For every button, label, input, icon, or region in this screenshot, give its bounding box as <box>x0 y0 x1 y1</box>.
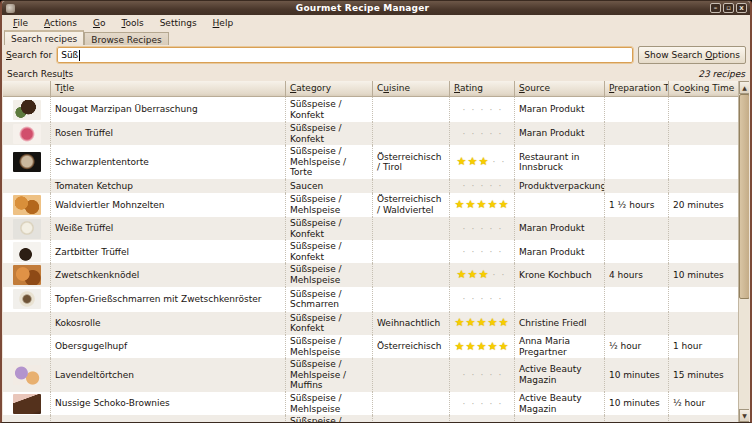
table-row[interactable]: Rosen TrüffelSüßspeise / Konfekt·····Mar… <box>3 122 738 145</box>
recipe-cooking-time <box>669 287 738 312</box>
recipe-title: Tomaten Ketchup <box>51 179 286 193</box>
recipe-cuisine <box>373 97 450 122</box>
vertical-scrollbar[interactable]: ▲ ▼ <box>738 81 749 422</box>
recipe-source: Maran Produkt <box>515 122 605 145</box>
recipe-thumbnail-cell <box>3 217 51 240</box>
tab-bar: Search recipesBrowse Recipes <box>2 30 750 45</box>
recipe-category: Süßspeise / Mehlspeise <box>286 392 373 415</box>
recipe-category: Süßspeise / Mehlspeise <box>286 263 373 286</box>
recipe-preparation-time <box>605 240 669 263</box>
results-row: Search Results 23 recipes <box>2 67 750 80</box>
recipe-source <box>515 287 605 312</box>
empty-rating-dot-icon: · <box>487 105 496 115</box>
recipe-cooking-time: 20 minutes <box>669 193 738 217</box>
tab-search-recipes[interactable]: Search recipes <box>4 30 84 45</box>
recipe-cooking-time <box>669 240 738 263</box>
menu-item-help[interactable]: Help <box>206 17 241 29</box>
recipe-category: Süßspeise / Konfekt <box>286 217 373 240</box>
menu-item-actions[interactable]: Actions <box>37 17 84 29</box>
recipe-thumbnail-cell <box>3 263 51 286</box>
recipe-cuisine <box>373 122 450 145</box>
column-header-title[interactable]: Title <box>51 81 286 97</box>
wtruffle-thumbnail-image <box>13 219 41 239</box>
column-header-cuisine[interactable]: Cuisine <box>373 81 450 97</box>
scrollbar-thumb[interactable] <box>739 94 749 299</box>
table-row[interactable]: Weiße TrüffelSüßspeise / Konfekt·····Mar… <box>3 217 738 240</box>
table-row[interactable]: ZwetschkenknödelSüßspeise / Mehlspeise★★… <box>3 263 738 286</box>
table-row[interactable]: Zartbitter TrüffelSüßspeise / Konfekt···… <box>3 240 738 263</box>
scroll-down-button[interactable]: ▼ <box>739 409 749 422</box>
recipe-category: Süßspeise / Mehlspeise <box>286 335 373 358</box>
recipe-cuisine <box>373 179 450 193</box>
dtruffle-thumbnail-image <box>13 242 41 262</box>
table-row[interactable]: Waldviertler MohnzeltenSüßspeise / Mehls… <box>3 193 738 217</box>
empty-rating-dot-icon: · <box>469 181 478 191</box>
recipe-count: 23 recipes <box>698 69 745 79</box>
recipe-preparation-time <box>605 287 669 312</box>
star-icon: ★ <box>457 157 468 167</box>
recipe-thumbnail-cell <box>3 179 51 193</box>
column-header-category[interactable]: Category <box>286 81 373 97</box>
column-header-rating[interactable]: Rating <box>450 81 515 97</box>
empty-rating-dot-icon: · <box>469 105 478 115</box>
table-row[interactable]: SchwarzplententorteSüßspeise / Mehlspeis… <box>3 145 738 179</box>
recipe-cuisine: Weihnachtlich <box>373 312 450 335</box>
table-row[interactable]: Nougat Marzipan ÜberraschungSüßspeise / … <box>3 97 738 122</box>
recipe-rating: ····· <box>450 240 515 263</box>
recipe-category: Süßspeise / Schmarren <box>286 287 373 312</box>
table-row[interactable]: ObersgugelhupfSüßspeise / MehlspeiseÖste… <box>3 335 738 358</box>
empty-rating-dot-icon: · <box>487 370 496 380</box>
scroll-up-button[interactable]: ▲ <box>739 81 749 94</box>
empty-rating-dot-icon: · <box>469 294 478 304</box>
recipe-title: Nougat Marzipan Überraschung <box>51 97 286 122</box>
star-icon: ★ <box>468 270 479 280</box>
recipe-source: Active Beauty Magazin <box>515 358 605 392</box>
column-header-source[interactable]: Source <box>515 81 605 97</box>
column-header-preparation-time[interactable]: Preparation Time <box>605 81 669 97</box>
tab-browse-recipes[interactable]: Browse Recipes <box>84 32 168 45</box>
search-results-label: Search Results <box>7 69 73 79</box>
recipe-preparation-time: ½ hour <box>605 335 669 358</box>
empty-rating-dot-icon: · <box>460 181 469 191</box>
recipe-cooking-time <box>669 145 738 179</box>
table-row[interactable]: KokosrolleSüßspeise / KonfektWeihnachtli… <box>3 312 738 335</box>
recipe-rating: ★★★★★ <box>450 312 515 335</box>
empty-rating-dot-icon: · <box>460 105 469 115</box>
recipe-rating: ★★★·· <box>450 263 515 286</box>
recipe-title: Waldviertler Mohnzelten <box>51 193 286 217</box>
recipe-cuisine <box>373 392 450 415</box>
recipe-source: Christine Friedl <box>515 312 605 335</box>
empty-rating-dot-icon: · <box>490 157 499 167</box>
menu-item-tools[interactable]: Tools <box>114 17 150 29</box>
recipe-rating: ★★★★★ <box>450 193 515 217</box>
menu-item-go[interactable]: Go <box>86 17 113 29</box>
table-row[interactable]: Topfen-Grießschmarren mit Zwetschkenröst… <box>3 287 738 312</box>
table-row[interactable]: Tomaten KetchupSaucen·····Produktverpack… <box>3 179 738 193</box>
empty-rating-dot-icon: · <box>496 294 505 304</box>
menu-item-file[interactable]: File <box>6 17 35 29</box>
show-search-options-button[interactable]: Show Search Options <box>638 46 746 64</box>
minimize-button[interactable]: – <box>710 3 721 13</box>
recipe-cooking-time <box>669 97 738 122</box>
table-row[interactable]: ZitronenkuchenSüßspeise / Mehlspeise / K… <box>3 415 738 422</box>
praline-thumbnail-image <box>13 100 41 120</box>
table-row[interactable]: LavendeltörtchenSüßspeise / Mehlspeise /… <box>3 358 738 392</box>
empty-rating-dot-icon: · <box>469 370 478 380</box>
recipe-preparation-time <box>605 122 669 145</box>
empty-rating-dot-icon: · <box>469 247 478 257</box>
star-icon: ★ <box>479 157 490 167</box>
empty-rating-dot-icon: · <box>469 224 478 234</box>
search-input[interactable]: Süß <box>57 47 633 63</box>
table-row[interactable]: Nussige Schoko-BrowniesSüßspeise / Mehls… <box>3 392 738 415</box>
recipe-cooking-time: 10 minutes <box>669 263 738 286</box>
recipe-title: Schwarzplententorte <box>51 145 286 179</box>
star-icon: ★ <box>455 318 466 328</box>
column-header-cooking-time[interactable]: Cooking Time <box>669 81 749 97</box>
recipe-rating: ★★★★★ <box>450 335 515 358</box>
menu-item-settings[interactable]: Settings <box>153 17 204 29</box>
maximize-button[interactable]: ▫ <box>723 3 734 13</box>
close-button[interactable]: x <box>736 3 747 13</box>
recipe-title: Obersgugelhupf <box>51 335 286 358</box>
empty-rating-dot-icon: · <box>487 399 496 409</box>
column-header-thumbnail[interactable] <box>3 81 51 97</box>
